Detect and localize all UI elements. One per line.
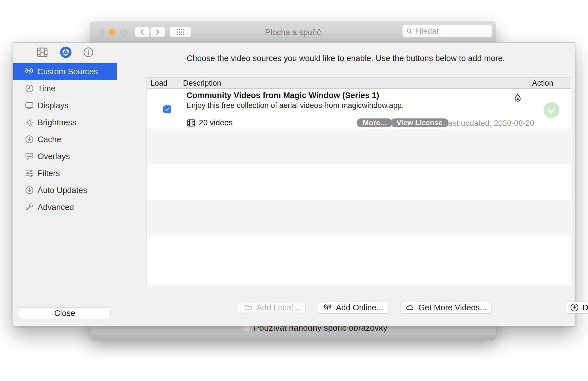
sidebar-items: Time Displays Brig	[13, 80, 117, 216]
sliders-icon	[25, 169, 34, 178]
sidebar-item-advanced[interactable]: Advanced	[13, 199, 117, 216]
sidebar-item-overlays[interactable]: Overlays	[13, 148, 117, 165]
clock-icon	[25, 84, 34, 93]
broadcast-icon	[24, 67, 34, 77]
sidebar-item-displays[interactable]: Displays	[13, 97, 117, 114]
tab-videos[interactable]	[36, 47, 49, 58]
sidebar-item-label: Advanced	[38, 203, 74, 212]
video-count: 20 videos	[199, 118, 233, 127]
sidebar-item-cache[interactable]: Cache	[13, 131, 117, 148]
green-check-icon	[544, 102, 559, 118]
tab-settings[interactable]	[60, 46, 72, 59]
source-title: Community Videos from Magic Window (Seri…	[186, 91, 379, 100]
gear-icon	[60, 46, 72, 59]
add-local-label: Add Local...	[256, 303, 300, 312]
screensaver-settings-panel: Custom Sources Time Displays	[13, 42, 575, 326]
table-header: Load Description Action	[147, 77, 571, 89]
folder-icon	[244, 303, 253, 312]
more-button[interactable]: More...	[357, 118, 392, 127]
empty-row	[147, 200, 571, 235]
sidebar-item-custom-sources[interactable]: Custom Sources	[13, 63, 117, 80]
titlebar: Plocha a spořič	[90, 21, 496, 42]
sidebar-item-label: Brightness	[38, 118, 76, 127]
display-icon	[25, 101, 34, 110]
sidebar-tabs	[13, 43, 117, 62]
get-more-videos-label: Get More Videos...	[418, 303, 486, 312]
add-online-label: Add Online...	[336, 303, 383, 312]
page-heading: Choose the video sources you would like …	[117, 54, 575, 63]
sidebar-item-label: Auto Updates	[38, 186, 87, 195]
sidebar-item-label: Time	[38, 84, 55, 93]
speech-bubble-icon	[25, 152, 34, 161]
empty-row	[147, 129, 571, 164]
search-icon	[406, 27, 413, 35]
film-icon	[36, 47, 49, 58]
broadcast-icon	[323, 303, 332, 312]
download-circle-icon	[25, 186, 34, 195]
last-updated: Last updated: 2020-08-20	[444, 119, 534, 128]
tab-info[interactable]	[83, 47, 94, 58]
search-input[interactable]	[416, 27, 488, 36]
download-circle-icon	[570, 303, 579, 312]
add-online-button[interactable]: Add Online...	[318, 302, 388, 313]
cloud-icon	[405, 303, 415, 312]
source-subtitle: Enjoy this free collection of aerial vid…	[186, 101, 404, 110]
get-more-videos-button[interactable]: Get More Videos...	[400, 302, 491, 313]
window-bottom-bezel	[90, 334, 496, 340]
sidebar-item-label: Overlays	[38, 152, 70, 161]
view-license-button[interactable]: View License	[391, 118, 448, 127]
column-header-description: Description	[183, 79, 221, 88]
sidebar-item-label: Custom Sources	[37, 67, 98, 76]
sidebar-item-label: Filters	[38, 169, 60, 178]
film-icon	[186, 119, 196, 127]
sources-table: Load Description Action Community Videos…	[147, 77, 571, 285]
download-all-videos-label: Download All Videos	[583, 303, 588, 312]
sidebar: Custom Sources Time Displays	[13, 43, 117, 326]
load-checkbox[interactable]	[163, 105, 171, 113]
add-local-button[interactable]: Add Local...	[238, 302, 306, 313]
flame-icon	[513, 93, 522, 103]
sidebar-item-brightness[interactable]: Brightness	[13, 114, 117, 131]
download-circle-icon	[25, 135, 34, 144]
main-content: Choose the video sources you would like …	[117, 43, 575, 326]
sidebar-item-time[interactable]: Time	[13, 80, 117, 97]
info-icon	[83, 47, 94, 58]
wrench-icon	[25, 203, 34, 212]
sidebar-item-label: Cache	[38, 135, 61, 144]
sidebar-item-auto-updates[interactable]: Auto Updates	[13, 182, 117, 199]
column-header-action: Action	[532, 79, 553, 88]
column-header-load: Load	[151, 79, 167, 88]
search-field[interactable]	[402, 24, 492, 38]
sidebar-item-label: Displays	[38, 101, 69, 110]
brightness-icon	[25, 118, 34, 127]
download-all-videos-button[interactable]: Download All Videos	[566, 302, 588, 313]
close-button[interactable]: Close	[19, 307, 110, 319]
sidebar-item-filters[interactable]: Filters	[13, 165, 117, 182]
close-button-label: Close	[54, 309, 75, 318]
